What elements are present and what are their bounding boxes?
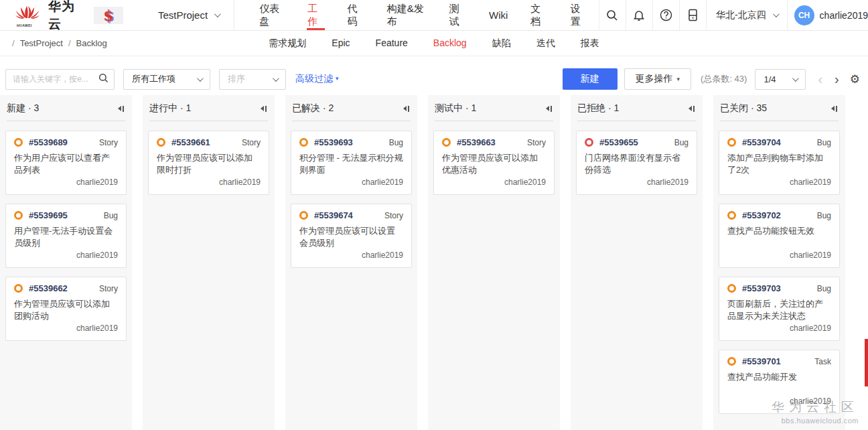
collapse-column-icon[interactable] — [118, 106, 124, 112]
work-item-id[interactable]: #5539674 — [314, 210, 353, 220]
tab-iteration[interactable]: 迭代 — [536, 38, 555, 50]
work-item-title[interactable]: 作为管理员应该可以添加优惠活动 — [442, 152, 546, 176]
bell-icon[interactable] — [626, 0, 652, 30]
user-menu[interactable]: CH charlie2019 — [787, 0, 868, 30]
kanban-board: 新建 · 3#5539689Story作为用户应该可以查看产品列表charlie… — [0, 95, 868, 430]
mobile-icon[interactable] — [679, 0, 706, 30]
nav-dashboard[interactable]: 仪表盘 — [248, 0, 296, 30]
page-select-value: 1/4 — [764, 74, 776, 84]
search-input[interactable] — [6, 74, 98, 84]
tab-requirement-planning[interactable]: 需求规划 — [269, 38, 306, 50]
work-item-card[interactable]: #5539663Story作为管理员应该可以添加优惠活动charlie2019 — [433, 131, 555, 195]
work-item-assignee: charlie2019 — [727, 250, 831, 260]
work-item-id[interactable]: #5539661 — [171, 137, 210, 147]
work-item-card[interactable]: #5539661Story作为管理员应该可以添加限时打折charlie2019 — [148, 131, 269, 195]
chevron-down-icon — [273, 75, 279, 82]
prev-page-button[interactable]: ‹ — [818, 72, 822, 86]
tab-report[interactable]: 报表 — [581, 38, 599, 50]
collapse-column-icon[interactable] — [546, 106, 552, 112]
work-item-id[interactable]: #5539695 — [29, 210, 68, 220]
work-item-card[interactable]: #5539695Bug用户管理-无法手动设置会员级别charlie2019 — [5, 204, 127, 268]
sort-select[interactable]: 排序 — [219, 69, 286, 90]
feedback-side-strip[interactable] — [865, 339, 868, 386]
work-item-title[interactable]: 查找产品功能开发 — [727, 371, 831, 395]
work-item-title[interactable]: 添加产品到购物车时添加了2次 — [727, 152, 831, 176]
username: charlie2019 — [820, 10, 868, 21]
collapse-triangle — [546, 106, 549, 111]
card-header: #5539695Bug — [14, 210, 118, 220]
work-item-type: Story — [99, 284, 118, 293]
breadcrumb-item[interactable]: TestProject — [20, 38, 63, 48]
work-item-title[interactable]: 作为管理员应该可以添加限时打折 — [157, 152, 261, 176]
work-item-title[interactable]: 作为管理员应该可以设置会员级别 — [299, 225, 403, 249]
tab-backlog[interactable]: Backlog — [433, 38, 467, 50]
page-select[interactable]: 1/4 — [755, 69, 806, 90]
chevron-down-icon — [214, 11, 221, 17]
nav-test[interactable]: 测试 — [438, 0, 478, 30]
tab-epic[interactable]: Epic — [332, 38, 350, 50]
huawei-wordmark: HUAWEI — [17, 23, 32, 27]
search-icon[interactable] — [599, 0, 626, 30]
project-name: TestProject — [158, 9, 208, 21]
collapse-triangle — [689, 106, 692, 111]
work-item-id[interactable]: #5539704 — [742, 137, 781, 147]
work-item-card[interactable]: #5539702Bug查找产品功能按钮无效charlie2019 — [719, 204, 840, 268]
work-item-type: Story — [384, 211, 403, 220]
work-item-id[interactable]: #5539701 — [742, 356, 781, 366]
tab-feature[interactable]: Feature — [376, 38, 408, 50]
nav-work[interactable]: 工作 — [296, 0, 336, 30]
collapse-column-icon[interactable] — [261, 106, 267, 112]
work-item-card[interactable]: #5539655Bug门店网络界面没有显示省份筛选charlie2019 — [576, 131, 697, 195]
work-item-card[interactable]: #5539703Bug页面刷新后，关注过的产品显示为未关注状态charlie20… — [719, 277, 840, 341]
collapse-triangle — [118, 106, 121, 111]
collapse-column-icon[interactable] — [831, 106, 837, 112]
search-icon[interactable] — [98, 73, 114, 86]
nav-code[interactable]: 代码 — [336, 0, 375, 30]
next-page-button[interactable]: › — [835, 72, 839, 86]
work-item-title[interactable]: 页面刷新后，关注过的产品显示为未关注状态 — [727, 298, 831, 322]
work-item-card[interactable]: #5539693Bug积分管理 - 无法显示积分规则界面charlie2019 — [291, 131, 412, 195]
huawei-cloud-logo[interactable]: HUAWEI 华为云 — [0, 0, 94, 30]
work-item-card[interactable]: #5539662Story作为管理员应该可以添加团购活动charlie2019 — [5, 277, 127, 341]
tab-defect[interactable]: 缺陷 — [492, 38, 511, 50]
work-item-card[interactable]: #5539704Bug添加产品到购物车时添加了2次charlie2019 — [719, 131, 840, 195]
card-list: #5539655Bug门店网络界面没有显示省份筛选charlie2019 — [571, 121, 703, 204]
collapse-column-icon[interactable] — [689, 106, 695, 112]
work-item-title[interactable]: 作为管理员应该可以添加团购活动 — [14, 298, 118, 322]
work-item-id[interactable]: #5539703 — [742, 283, 781, 293]
work-item-card[interactable]: #5539689Story作为用户应该可以查看产品列表charlie2019 — [5, 131, 127, 195]
work-item-title[interactable]: 门店网络界面没有显示省份筛选 — [585, 152, 689, 176]
card-list: #5539704Bug添加产品到购物车时添加了2次charlie2019#553… — [713, 121, 845, 423]
work-item-id[interactable]: #5539655 — [599, 137, 638, 147]
breadcrumb-separator: / — [68, 38, 71, 48]
work-item-id[interactable]: #5539689 — [29, 137, 68, 147]
advanced-filter-label: 高级过滤 — [295, 73, 333, 84]
work-item-id[interactable]: #5539662 — [29, 283, 68, 293]
work-item-title[interactable]: 查找产品功能按钮无效 — [727, 225, 831, 249]
work-item-card[interactable]: #5539674Story作为管理员应该可以设置会员级别charlie2019 — [291, 204, 412, 268]
region-selector[interactable]: 华北-北京四 — [706, 0, 787, 30]
top-bar-right: 华北-北京四 CH charlie2019 — [599, 0, 868, 30]
nav-build-release[interactable]: 构建&发布 — [376, 0, 438, 30]
story-type-icon — [442, 138, 451, 147]
new-button[interactable]: 新建 — [563, 68, 618, 90]
work-item-title[interactable]: 积分管理 - 无法显示积分规则界面 — [299, 152, 403, 176]
work-item-id[interactable]: #5539663 — [457, 137, 496, 147]
advanced-filter-link[interactable]: 高级过滤 ▾ — [295, 73, 338, 85]
collapse-column-icon[interactable] — [403, 106, 409, 112]
work-item-title[interactable]: 作为用户应该可以查看产品列表 — [14, 152, 118, 176]
gear-icon[interactable]: ⚙ — [850, 72, 860, 86]
work-item-title[interactable]: 用户管理-无法手动设置会员级别 — [14, 225, 118, 249]
help-icon[interactable] — [652, 0, 679, 30]
breadcrumb-item[interactable]: Backlog — [76, 38, 107, 48]
work-item-id[interactable]: #5539693 — [314, 137, 353, 147]
nav-settings[interactable]: 设置 — [559, 0, 599, 30]
project-switcher[interactable]: $ TestProject — [94, 0, 234, 30]
work-item-id[interactable]: #5539702 — [742, 210, 781, 220]
work-item-assignee: charlie2019 — [585, 177, 689, 187]
work-item-card[interactable]: #5539701Task查找产品功能开发charlie2019 — [719, 350, 840, 414]
more-actions-button[interactable]: 更多操作▾ — [624, 68, 692, 90]
nav-docs[interactable]: 文档 — [519, 0, 559, 30]
nav-wiki[interactable]: Wiki — [478, 0, 519, 30]
work-item-filter-select[interactable]: 所有工作项 — [123, 69, 210, 90]
